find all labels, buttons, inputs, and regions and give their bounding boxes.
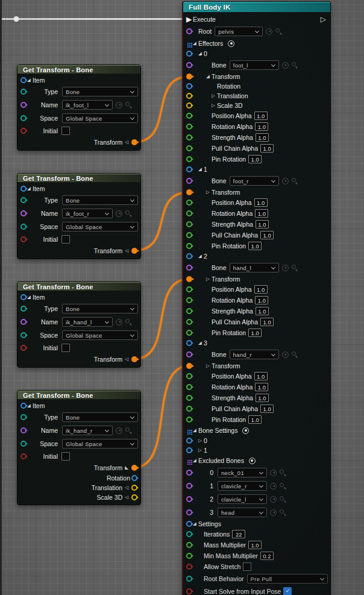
scale-3d-pin[interactable] [186,102,192,109]
initial-checkbox[interactable] [61,344,70,352]
name-pin[interactable] [20,427,27,433]
0-pin[interactable] [186,438,192,444]
space-pin[interactable] [20,332,27,338]
bone-dropdown[interactable]: foot_r [230,176,279,186]
strength-alpha-value-input[interactable]: 1.0 [256,220,269,228]
strength-alpha-pin[interactable] [186,221,192,227]
transform-pin[interactable] [186,189,192,195]
bone-pin[interactable] [186,265,192,271]
2-dropdown[interactable]: clavicle_l [218,494,267,504]
pull-chain-alpha-pin[interactable] [186,319,192,325]
bone-dropdown[interactable]: hand_l [230,263,279,272]
strength-alpha-pin[interactable] [186,134,192,140]
name-dropdown[interactable]: ik_hand_r [62,426,113,435]
pull-chain-alpha-value-input[interactable]: 1.0 [260,318,274,326]
transform-pin[interactable] [131,356,137,362]
space-dropdown[interactable]: Global Space [62,113,138,123]
excluded-bones-array-pin[interactable] [187,460,189,461]
expander-closed-icon[interactable]: ▷ [212,103,217,108]
search-icon[interactable] [279,496,286,503]
type-pin[interactable] [20,414,27,420]
expander-open-icon[interactable]: ◢ [206,74,212,79]
3-dropdown[interactable]: head [218,508,267,517]
pin-rotation-value-input[interactable]: 1.0 [248,155,262,163]
transform-pin[interactable] [131,139,137,145]
search-icon[interactable] [291,351,298,358]
reroute-node[interactable] [14,16,19,22]
node-get-transform-bone-1[interactable]: Get Transform - Bone◢ItemTypeBoneNameik_… [17,65,141,151]
execute-out-pin[interactable]: ▷ [321,16,326,23]
item-pin[interactable] [20,294,27,300]
expander-closed-icon[interactable]: ▷ [206,190,212,195]
rotation-alpha-value-input[interactable]: 1.0 [255,122,268,131]
node-get-transform-bone-4[interactable]: Get Transform - Bone◢ItemTypeBoneNameik_… [17,390,141,505]
expander-closed-icon[interactable]: ▷ [206,364,212,368]
reset-to-default-icon[interactable] [282,265,289,271]
initial-checkbox[interactable] [61,452,70,461]
rotation-pin[interactable] [131,475,137,481]
allow-stretch-checkbox[interactable] [243,562,251,571]
type-dropdown[interactable]: Bone [62,195,138,205]
transform-wire[interactable] [134,279,189,359]
item-pin[interactable] [20,77,27,83]
bone-dropdown[interactable]: foot_l [230,60,279,70]
rotation-alpha-value-input[interactable]: 1.0 [255,383,268,391]
node-get-transform-bone-2[interactable]: Get Transform - Bone◢ItemTypeBoneNameik_… [17,173,141,259]
expander-closed-icon[interactable]: ▷ [198,438,204,443]
reset-to-default-icon[interactable] [116,102,122,109]
reset-to-default-icon[interactable] [116,319,122,326]
pull-chain-alpha-value-input[interactable]: 1.0 [260,405,274,413]
item-pin[interactable] [20,186,27,192]
position-alpha-pin[interactable] [186,113,192,119]
name-pin[interactable] [20,210,27,216]
expander-closed-icon[interactable]: ◁ [125,357,128,362]
expander-open-icon[interactable]: ◢ [198,254,204,259]
expander-open-icon[interactable]: ◢ [198,51,204,56]
position-alpha-pin[interactable] [186,200,192,206]
position-alpha-value-input[interactable]: 1.0 [254,112,268,120]
0-pin[interactable] [186,51,192,57]
bone-pin[interactable] [186,351,192,357]
allow-stretch-pin[interactable] [186,564,192,570]
effectors-array-pin[interactable] [187,43,189,44]
3-pin[interactable] [186,340,192,346]
position-alpha-value-input[interactable]: 1.0 [254,372,268,380]
initial-pin[interactable] [20,453,27,459]
reset-to-default-icon[interactable] [116,427,122,434]
name-dropdown[interactable]: ik_foot_l [62,100,113,110]
rotation-alpha-pin[interactable] [186,210,192,216]
pull-chain-alpha-pin[interactable] [186,406,192,412]
reset-to-default-icon[interactable] [266,28,272,35]
expander-open-icon[interactable]: ◢ [198,167,204,172]
rotation-alpha-pin[interactable] [186,124,192,130]
mass-multiplier-pin[interactable] [186,542,192,548]
add-array-element-button[interactable] [242,427,249,434]
type-dropdown[interactable]: Bone [62,87,138,96]
root-behavior-pin[interactable] [186,576,192,582]
pin-rotation-pin[interactable] [186,330,192,336]
pin-rotation-pin[interactable] [186,156,192,162]
pull-chain-alpha-value-input[interactable]: 1.0 [260,144,274,153]
position-alpha-value-input[interactable]: 1.0 [254,285,268,294]
search-icon[interactable] [125,210,132,217]
initial-checkbox[interactable] [61,127,70,135]
root-pin[interactable] [186,28,192,34]
search-icon[interactable] [275,28,282,35]
space-dropdown[interactable]: Global Space [62,439,138,449]
position-alpha-pin[interactable] [186,373,192,379]
expander-open-icon[interactable]: ◢ [193,458,198,463]
strength-alpha-value-input[interactable]: 1.0 [256,133,269,142]
iterations-pin[interactable] [186,531,192,537]
name-dropdown[interactable]: ik_foot_r [62,209,113,218]
reset-to-default-icon[interactable] [270,496,277,503]
strength-alpha-pin[interactable] [186,395,192,401]
expander-closed-icon[interactable]: ▷ [206,277,212,282]
expander-closed-icon[interactable]: ◁ [125,140,128,145]
type-pin[interactable] [20,197,27,203]
space-pin[interactable] [20,441,27,447]
space-pin[interactable] [20,115,27,121]
position-alpha-pin[interactable] [186,286,192,292]
strength-alpha-pin[interactable] [186,308,192,314]
name-dropdown[interactable]: ik_hand_l [62,317,113,327]
bone-settings-array-pin[interactable] [187,430,189,431]
